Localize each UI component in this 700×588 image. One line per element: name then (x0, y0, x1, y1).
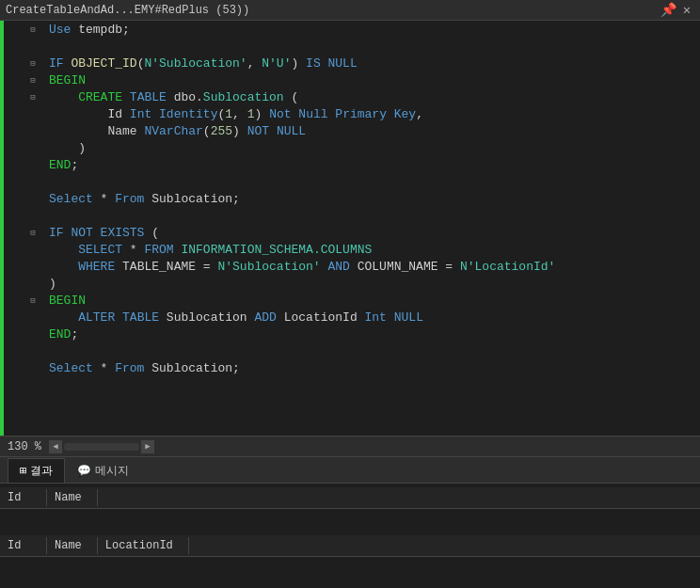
grid-header-2: Id Name LocationId (0, 535, 700, 557)
tab-messages[interactable]: 💬 메시지 (65, 458, 141, 483)
keyword-from-2: FROM (144, 243, 181, 257)
col-locationid: LocationId (98, 537, 189, 554)
collapse-3[interactable]: ⊟ (28, 58, 38, 68)
gutter-line-1: ⊟ (28, 21, 38, 38)
keyword-table-2: TABLE (122, 310, 167, 325)
code-line-1: Use tempdb; (49, 21, 692, 38)
str-locationid: N'LocationId' (460, 260, 555, 274)
code-line-7: Name NVarChar(255) NOT NULL (49, 122, 692, 139)
results-tabs: ⊞ 결과 💬 메시지 (0, 457, 700, 484)
fn-object-id: OBJECT_ID (71, 56, 136, 71)
keyword-nvarchar: NVarChar (144, 124, 202, 138)
code-line-3: IF OBJECT_ID(N'Sublocation', N'U') IS NU… (49, 55, 692, 72)
keyword-begin-2: BEGIN (49, 294, 86, 308)
keyword-table: TABLE (130, 90, 174, 104)
pin-icon[interactable]: 📌 (660, 3, 676, 18)
result-grid-2: Id Name LocationId (0, 535, 700, 557)
keyword-create: CREATE (78, 90, 130, 104)
keyword-and: AND (327, 260, 357, 274)
code-line-12 (49, 207, 692, 224)
str-u: N'U' (262, 56, 291, 71)
keyword-begin-1: BEGIN (49, 73, 86, 87)
code-line-14: SELECT * FROM INFORMATION_SCHEMA.COLUMNS (49, 241, 692, 258)
line-gutter: ⊟ ⊟ ⊟ ⊟ ⊟ ⊟ (4, 21, 41, 436)
keyword-end-1: END (49, 158, 71, 172)
section-spacer (0, 524, 700, 535)
zoom-level: 130 % (8, 440, 41, 453)
code-line-11: Select * From Sublocation; (49, 190, 692, 207)
code-line-17: BEGIN (49, 292, 692, 309)
status-bar: 130 % ◀ ▶ (0, 436, 700, 456)
gutter-line-4: ⊟ (28, 72, 38, 88)
gutter-line-13: ⊟ (28, 224, 38, 241)
code-line-9: END; (49, 156, 692, 173)
keyword-not-exists: NOT EXISTS (71, 226, 151, 240)
close-icon[interactable]: ✕ (679, 3, 694, 18)
title-text: CreateTableAndAd...EMY#RedPlus (53)) (6, 4, 660, 17)
code-line-8: ) (49, 139, 692, 156)
code-line-6: Id Int Identity(1, 1) Not Null Primary K… (49, 105, 692, 122)
db-name: tempdb; (78, 23, 130, 37)
keyword-not-null-2: NOT NULL (247, 124, 306, 138)
collapse-1[interactable]: ⊟ (28, 24, 38, 34)
keyword-is-null: IS NULL (306, 56, 358, 71)
keyword-null: NULL (394, 310, 423, 325)
keyword-use: Use (49, 23, 78, 37)
gutter-line-3: ⊟ (28, 55, 38, 72)
scroll-right-button[interactable]: ▶ (141, 440, 154, 453)
code-line-20 (49, 342, 692, 359)
keyword-not-null-1: Not Null (269, 107, 335, 121)
code-line-21: Select * From Sublocation; (49, 359, 692, 376)
results-content[interactable]: Id Name Id Name LocationId (0, 484, 700, 588)
keyword-if-2: IF (49, 226, 71, 240)
code-line-18: ALTER TABLE Sublocation ADD LocationId I… (49, 309, 692, 326)
keyword-select-3: Select (49, 361, 101, 375)
scroll-track[interactable] (64, 443, 139, 451)
scroll-controls: ◀ ▶ (49, 440, 154, 453)
code-line-10 (49, 173, 692, 190)
code-line-5: CREATE TABLE dbo.Sublocation ( (49, 88, 692, 105)
scroll-left-button[interactable]: ◀ (49, 440, 62, 453)
gutter-line-17: ⊟ (28, 292, 38, 309)
info-schema: INFORMATION_SCHEMA.COLUMNS (181, 243, 372, 257)
title-bar: CreateTableAndAd...EMY#RedPlus (53)) 📌 ✕ (0, 0, 700, 21)
grid-icon: ⊞ (20, 464, 26, 478)
str-sublocation-2: N'Sublocation' (217, 260, 320, 274)
keyword-from-1: From (115, 192, 151, 206)
collapse-5[interactable]: ⊟ (28, 92, 38, 102)
table-name-sublocation: Sublocation (203, 90, 284, 104)
results-panel: ⊞ 결과 💬 메시지 Id Name Id (0, 456, 700, 588)
result-grid-1: Id Name (0, 487, 700, 509)
tab-results[interactable]: ⊞ 결과 (8, 458, 65, 483)
keyword-identity: Identity (159, 107, 217, 121)
code-line-4: BEGIN (49, 72, 692, 88)
collapse-17[interactable]: ⊟ (28, 295, 38, 305)
keyword-select-2: SELECT (78, 243, 130, 257)
keyword-where: WHERE (78, 260, 122, 274)
tab-messages-label: 메시지 (95, 463, 129, 479)
code-line-16: ) (49, 275, 692, 292)
code-line-13: IF NOT EXISTS ( (49, 224, 692, 241)
keyword-int-2: Int (365, 310, 394, 325)
code-editor[interactable]: Use tempdb; IF OBJECT_ID(N'Sublocation',… (41, 21, 700, 436)
keyword-int-1: Int (130, 107, 159, 121)
keyword-select-1: Select (49, 192, 101, 206)
gutter-line-5: ⊟ (28, 88, 38, 105)
code-line-2 (49, 38, 692, 55)
grid-header-1: Id Name (0, 487, 700, 509)
keyword-alter: ALTER (78, 310, 122, 325)
keyword-from-3: From (115, 361, 151, 375)
editor-body: ⊟ ⊟ ⊟ ⊟ ⊟ ⊟ (0, 21, 700, 436)
col-name-2: Name (47, 537, 98, 554)
col-id-2: Id (0, 537, 47, 554)
keyword-end-2: END (49, 327, 71, 342)
code-line-15: WHERE TABLE_NAME = N'Sublocation' AND CO… (49, 258, 692, 275)
col-name-1: Name (47, 489, 98, 506)
tab-results-label: 결과 (30, 463, 53, 479)
keyword-if: IF (49, 56, 71, 71)
code-line-19: END; (49, 326, 692, 342)
collapse-4[interactable]: ⊟ (28, 75, 38, 85)
col-id-1: Id (0, 489, 47, 506)
collapse-13[interactable]: ⊟ (28, 228, 38, 237)
str-sublocation: N'Sublocation' (144, 56, 247, 71)
